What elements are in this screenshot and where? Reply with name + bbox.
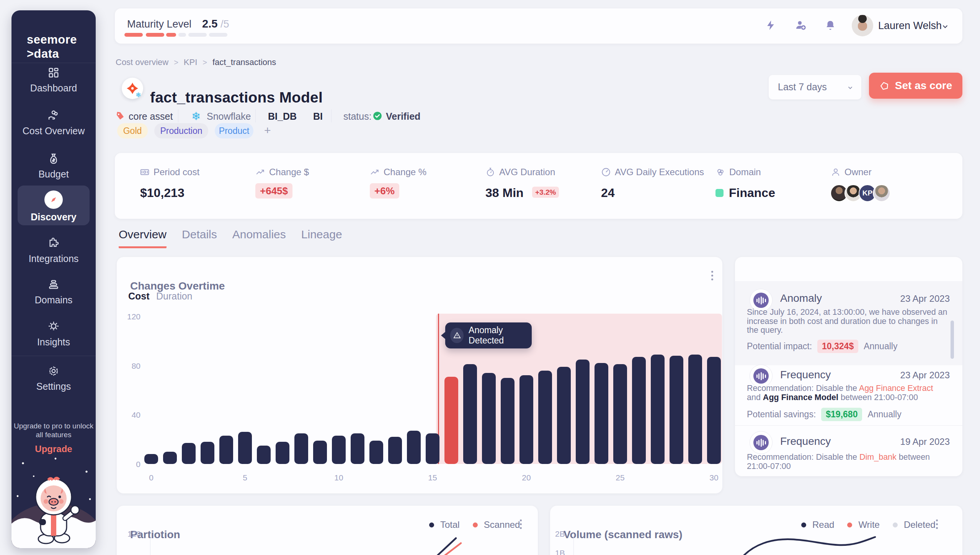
bar[interactable] — [388, 437, 402, 464]
sidebar-item-label: Integrations — [29, 253, 79, 264]
bar[interactable] — [294, 433, 308, 464]
sidebar-item-settings[interactable]: Settings — [11, 365, 96, 392]
bar[interactable] — [707, 357, 721, 464]
x-tick-label: 0 — [149, 473, 154, 482]
bar[interactable] — [501, 378, 514, 464]
bar[interactable] — [407, 431, 421, 464]
bar[interactable] — [163, 452, 177, 464]
breadcrumb-kpi[interactable]: KPI — [184, 57, 197, 67]
bar[interactable] — [670, 356, 683, 464]
change-pct-badge: +6% — [370, 183, 399, 199]
x-tick-label: 25 — [616, 473, 624, 482]
person-icon — [831, 167, 841, 177]
maturity-segment — [209, 33, 227, 37]
series-toggle-duration[interactable]: Duration — [156, 291, 193, 302]
divider — [255, 109, 256, 122]
bar[interactable] — [576, 360, 590, 464]
warning-icon — [450, 328, 464, 343]
tag-product[interactable]: Product — [215, 123, 253, 138]
tag-icon — [879, 81, 890, 91]
set-as-core-button[interactable]: Set as core — [869, 73, 962, 99]
bar[interactable] — [201, 442, 214, 464]
sidebar-item-budget[interactable]: Budget — [11, 152, 96, 180]
bar[interactable] — [688, 355, 702, 464]
stat-change-dollar: Change $ — [255, 167, 309, 177]
insight-body: Recommendation: Disable the Agg Finance … — [747, 384, 948, 402]
insight-body: Since July 16, 2024, at 13:00:00, we hav… — [747, 308, 948, 335]
bar[interactable] — [332, 436, 346, 464]
sidebar-item-label: Cost Overview — [23, 125, 85, 137]
tag-production[interactable]: Production — [154, 123, 208, 138]
bar[interactable] — [369, 441, 383, 464]
y-tick-label: 40 — [123, 410, 140, 420]
tab-details[interactable]: Details — [182, 228, 217, 248]
breadcrumb-cost-overview[interactable]: Cost overview — [116, 57, 168, 67]
bar[interactable] — [613, 364, 627, 464]
bar[interactable] — [557, 367, 571, 464]
bar[interactable] — [538, 371, 552, 464]
bar[interactable] — [313, 441, 327, 464]
set-as-core-label: Set as core — [895, 80, 952, 92]
bar[interactable] — [426, 433, 439, 464]
series-toggle-cost[interactable]: Cost — [128, 291, 150, 302]
bar[interactable] — [482, 373, 496, 464]
sidebar-item-insights[interactable]: Insights — [11, 320, 96, 348]
bar[interactable] — [651, 355, 665, 464]
x-tick-label: 30 — [709, 473, 718, 482]
notifications-icon[interactable] — [822, 17, 839, 34]
stat-label-text: Change $ — [269, 167, 309, 177]
bar[interactable] — [463, 364, 477, 464]
bar[interactable] — [519, 375, 533, 464]
scrollbar-thumb[interactable] — [951, 321, 954, 359]
upgrade-link[interactable]: Upgrade — [11, 444, 96, 454]
divider — [735, 425, 962, 426]
gauge-icon — [601, 167, 611, 177]
bar[interactable] — [276, 442, 289, 464]
owner-avatar[interactable] — [873, 184, 890, 202]
bar[interactable] — [595, 363, 608, 464]
insight-frequency-icon — [750, 431, 773, 454]
bar[interactable] — [144, 454, 158, 464]
bar[interactable] — [632, 357, 646, 464]
user-name[interactable]: Lauren Welsh — [878, 20, 942, 32]
y-tick-label: 80 — [123, 361, 140, 371]
bar[interactable] — [182, 443, 196, 464]
bar[interactable] — [238, 432, 252, 464]
verified-check-icon — [372, 111, 382, 122]
body-text: and — [747, 393, 763, 402]
linked-asset[interactable]: Agg Finance Extract — [859, 384, 933, 393]
sidebar-item-integrations[interactable]: Integrations — [11, 237, 96, 264]
avg-duration-delta-badge: +3.2% — [532, 187, 559, 198]
volume-card: Volume (scanned raws) Read Write Deleted… — [550, 506, 962, 555]
period-cost-value: $10,213 — [140, 186, 185, 200]
sidebar-item-dashboard[interactable]: Dashboard — [11, 66, 96, 94]
invite-user-icon[interactable] — [792, 17, 809, 34]
chevron-down-icon[interactable] — [940, 21, 950, 33]
bar[interactable] — [219, 436, 233, 464]
linked-asset[interactable]: Dim_bank — [859, 452, 897, 462]
date-range-select[interactable]: Last 7 days — [769, 75, 861, 99]
sidebar: seemore >data Dashboard Cost Overview Bu… — [11, 10, 96, 548]
sidebar-item-domains[interactable]: Domains — [11, 278, 96, 306]
divider — [11, 356, 96, 356]
tab-anomalies[interactable]: Anomalies — [232, 228, 286, 248]
change-dollar-badge: +645$ — [255, 183, 292, 199]
tab-lineage[interactable]: Lineage — [301, 228, 342, 248]
stat-period-cost: Period cost — [140, 167, 199, 177]
anomaly-bar[interactable] — [444, 377, 458, 464]
avg-duration-delta: +3.2% — [532, 188, 559, 197]
breadcrumb-current: fact_transactions — [212, 57, 276, 67]
bar[interactable] — [351, 433, 364, 464]
tag-gold[interactable]: Gold — [117, 123, 148, 138]
tab-overview[interactable]: Overview — [119, 228, 167, 248]
brand-line2: >data — [27, 47, 77, 61]
quick-actions-icon[interactable] — [762, 17, 779, 34]
user-avatar[interactable] — [852, 15, 873, 36]
add-tag-button[interactable]: + — [264, 124, 271, 137]
brand-logo[interactable]: seemore >data — [27, 33, 77, 61]
bar[interactable] — [257, 446, 271, 464]
sidebar-item-discovery[interactable]: Discovery — [18, 186, 90, 225]
chevron-right-icon: > — [203, 58, 207, 67]
sidebar-item-cost-overview[interactable]: Cost Overview — [11, 109, 96, 137]
card-menu-icon[interactable] — [706, 268, 718, 283]
